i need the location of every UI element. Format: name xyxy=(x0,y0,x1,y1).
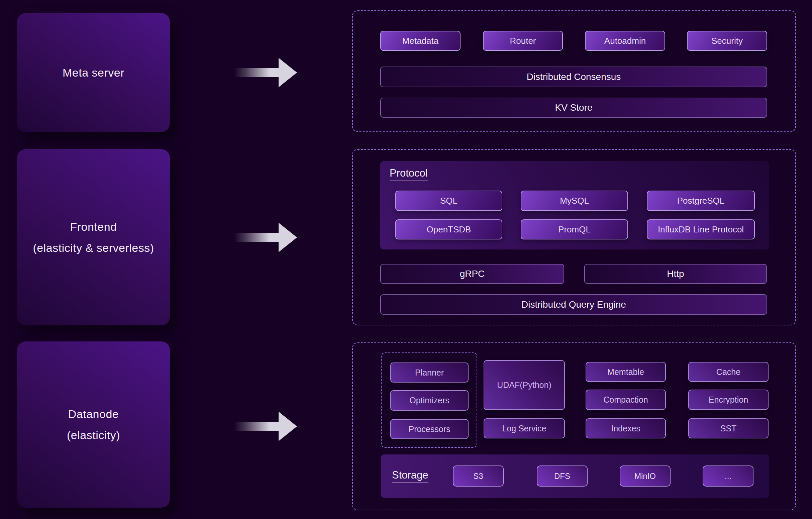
node-metadata: Metadata xyxy=(380,31,461,51)
arrow-shaft xyxy=(234,422,279,431)
arrow-head xyxy=(279,412,297,441)
node-optimizers: Optimizers xyxy=(390,390,468,411)
node-log-service: Log Service xyxy=(484,419,565,438)
arrow-head xyxy=(279,58,297,87)
node-security: Security xyxy=(687,31,767,51)
node-minio: MinIO xyxy=(620,465,670,487)
node-opentsdb: OpenTSDB xyxy=(395,220,502,239)
node-indexes: Indexes xyxy=(586,419,666,438)
node-promql: PromQL xyxy=(521,220,628,239)
node-encryption: Encryption xyxy=(688,390,768,410)
frontend-title: Frontend xyxy=(70,217,117,237)
node-sql: SQL xyxy=(395,191,502,211)
node-processors: Processors xyxy=(390,419,468,439)
grpc-bar: gRPC xyxy=(380,264,564,284)
distributed-query-engine-bar: Distributed Query Engine xyxy=(380,294,767,315)
datanode-box: Datanode (elasticity) xyxy=(17,341,170,508)
http-bar: Http xyxy=(584,264,767,284)
node-dfs: DFS xyxy=(537,465,588,487)
datanode-title: Datanode xyxy=(68,404,119,425)
datanode-group: Planner Optimizers Processors UDAF(Pytho… xyxy=(352,342,796,510)
protocol-title: Protocol xyxy=(389,167,428,181)
protocol-panel: Protocol SQL MySQL PostgreSQL OpenTSDB P… xyxy=(380,161,769,250)
node-mysql: MySQL xyxy=(521,191,628,211)
distributed-consensus-bar: Distributed Consensus xyxy=(380,66,767,87)
query-processing-group: Planner Optimizers Processors xyxy=(381,352,477,448)
node-cache: Cache xyxy=(688,362,768,382)
node-memtable: Memtable xyxy=(586,362,666,382)
node-influxdb-line-protocol: InfluxDB Line Protocol xyxy=(647,220,755,239)
arrow-shaft xyxy=(234,68,279,77)
arrow-right-icon xyxy=(234,58,297,87)
node-autoadmin: Autoadmin xyxy=(585,31,665,51)
arrow-shaft xyxy=(234,233,279,242)
meta-server-title: Meta server xyxy=(62,62,124,83)
udaf-python-box: UDAF(Python) xyxy=(484,360,565,410)
arrow-right-icon xyxy=(234,412,297,441)
meta-server-box: Meta server xyxy=(17,13,170,132)
node-planner: Planner xyxy=(390,363,468,382)
arrow-head xyxy=(279,223,297,252)
storage-title: Storage xyxy=(392,469,428,483)
storage-panel: Storage S3 DFS MinIO ... xyxy=(381,455,769,498)
node-router: Router xyxy=(483,31,563,51)
node-s3: S3 xyxy=(453,465,504,487)
node-sst: SST xyxy=(688,419,768,438)
node-postgresql: PostgreSQL xyxy=(647,191,755,211)
node-more: ... xyxy=(703,465,753,487)
frontend-box: Frontend (elasticity & serverless) xyxy=(17,149,170,325)
meta-server-group: Metadata Router Autoadmin Security Distr… xyxy=(352,10,796,132)
frontend-group: Protocol SQL MySQL PostgreSQL OpenTSDB P… xyxy=(352,149,796,325)
node-compaction: Compaction xyxy=(586,390,666,410)
datanode-subtitle: (elasticity) xyxy=(67,425,120,446)
frontend-subtitle: (elasticity & serverless) xyxy=(33,237,154,259)
kv-store-bar: KV Store xyxy=(380,98,767,118)
arrow-right-icon xyxy=(234,223,297,252)
